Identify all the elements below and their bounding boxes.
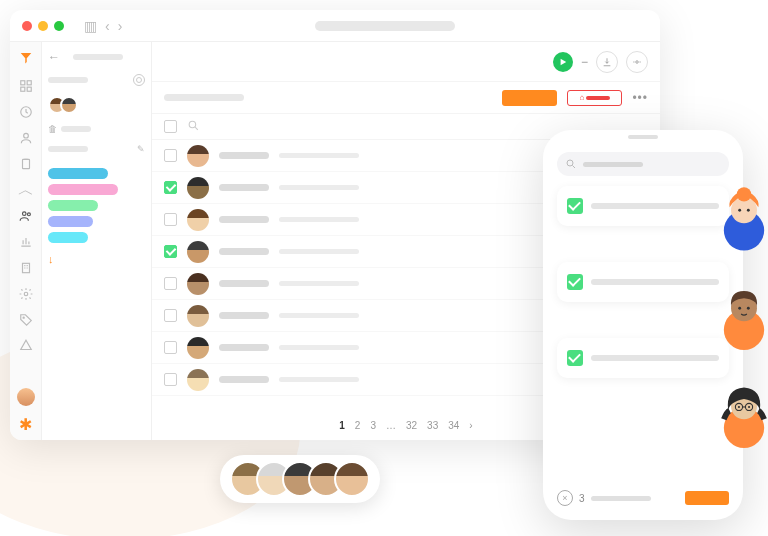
- page-next-button[interactable]: ›: [469, 420, 472, 431]
- svg-point-13: [189, 121, 196, 128]
- zoom-icon[interactable]: [54, 21, 64, 31]
- filter-icon[interactable]: [18, 338, 34, 354]
- row-detail: [279, 377, 359, 382]
- row-checkbox[interactable]: [164, 245, 177, 258]
- row-checkbox[interactable]: [164, 373, 177, 386]
- close-icon[interactable]: [22, 21, 32, 31]
- svg-point-22: [738, 307, 741, 310]
- person-icon[interactable]: [18, 130, 34, 146]
- gear-icon[interactable]: [133, 74, 145, 86]
- tag-item[interactable]: [48, 168, 108, 179]
- row-checkbox[interactable]: [164, 149, 177, 162]
- toolbar-action-1[interactable]: [596, 51, 618, 73]
- lock-icon: ⌂: [579, 93, 584, 102]
- users-icon[interactable]: [18, 208, 34, 224]
- page-link[interactable]: 32: [406, 420, 417, 431]
- more-button[interactable]: •••: [632, 91, 648, 105]
- minus-button[interactable]: −: [581, 55, 588, 69]
- app-logo-icon[interactable]: [17, 50, 35, 68]
- row-name: [219, 184, 269, 191]
- delete-icon[interactable]: 🗑: [48, 124, 57, 134]
- play-button[interactable]: [553, 52, 573, 72]
- row-checkbox[interactable]: [164, 181, 177, 194]
- phone-search[interactable]: [557, 152, 729, 176]
- close-icon[interactable]: ×: [557, 490, 573, 506]
- page-link[interactable]: 2: [355, 420, 361, 431]
- primary-action-button[interactable]: [502, 90, 557, 106]
- row-name: [219, 152, 269, 159]
- row-detail: [279, 281, 359, 286]
- edit-icon[interactable]: ✎: [137, 144, 145, 154]
- search-icon[interactable]: [187, 118, 200, 136]
- back-button[interactable]: ←: [48, 50, 60, 64]
- row-checkbox[interactable]: [164, 213, 177, 226]
- clock-icon[interactable]: [18, 104, 34, 120]
- avatar: [187, 305, 209, 327]
- page-ellipsis: …: [386, 420, 396, 431]
- page-link[interactable]: 1: [339, 420, 345, 431]
- svg-rect-0: [20, 81, 24, 85]
- phone-card[interactable]: [557, 186, 729, 226]
- clipboard-icon[interactable]: [18, 156, 34, 172]
- avatar: [187, 369, 209, 391]
- nav-prev-button[interactable]: ‹: [105, 18, 110, 34]
- chevron-up-icon[interactable]: ︿: [18, 182, 34, 198]
- help-icon[interactable]: ✱: [18, 416, 34, 432]
- svg-rect-2: [20, 87, 24, 91]
- row-detail: [279, 249, 359, 254]
- phone-card[interactable]: [557, 338, 729, 378]
- avatar: [187, 209, 209, 231]
- tag-item[interactable]: [48, 232, 88, 243]
- tag-item[interactable]: [48, 200, 98, 211]
- row-name: [219, 248, 269, 255]
- cartoon-avatar-2: [708, 278, 768, 350]
- row-checkbox[interactable]: [164, 341, 177, 354]
- traffic-lights: [22, 21, 64, 31]
- breadcrumb: [164, 94, 244, 101]
- secondary-action-button[interactable]: ⌂: [567, 90, 622, 106]
- svg-rect-1: [27, 81, 31, 85]
- card-checkbox[interactable]: [567, 198, 583, 214]
- dashboard-icon[interactable]: [18, 78, 34, 94]
- footer-action-button[interactable]: [685, 491, 729, 505]
- avatar: [187, 145, 209, 167]
- tag-item[interactable]: [48, 216, 93, 227]
- tag-item[interactable]: [48, 184, 118, 195]
- import-icon[interactable]: ↓: [48, 253, 145, 265]
- row-name: [219, 280, 269, 287]
- svg-point-14: [567, 160, 573, 166]
- panel-title: [73, 54, 123, 60]
- svg-point-5: [23, 133, 28, 138]
- page-link[interactable]: 33: [427, 420, 438, 431]
- phone-footer: × 3: [557, 490, 729, 506]
- toolbar-action-2[interactable]: [626, 51, 648, 73]
- row-detail: [279, 345, 359, 350]
- select-all-checkbox[interactable]: [164, 120, 177, 133]
- current-user-avatar[interactable]: [17, 388, 35, 406]
- svg-rect-3: [27, 87, 31, 91]
- panel-item: [61, 126, 91, 132]
- settings-icon[interactable]: [18, 286, 34, 302]
- building-icon[interactable]: [18, 260, 34, 276]
- sidebar-toggle-icon[interactable]: ▥: [84, 18, 97, 34]
- nav-rail: ︿ ✱: [10, 42, 42, 440]
- row-name: [219, 344, 269, 351]
- reports-icon[interactable]: [18, 234, 34, 250]
- assigned-avatars[interactable]: [48, 96, 78, 114]
- row-checkbox[interactable]: [164, 277, 177, 290]
- phone-card[interactable]: [557, 262, 729, 302]
- cartoon-avatar-1: [708, 180, 768, 252]
- selection-count: 3: [579, 493, 585, 504]
- avatar[interactable]: [334, 461, 370, 497]
- tag-icon[interactable]: [18, 312, 34, 328]
- minimize-icon[interactable]: [38, 21, 48, 31]
- page-link[interactable]: 34: [448, 420, 459, 431]
- card-checkbox[interactable]: [567, 274, 583, 290]
- svg-rect-6: [22, 159, 29, 168]
- address-bar[interactable]: [315, 21, 455, 31]
- svg-point-7: [22, 212, 26, 216]
- row-checkbox[interactable]: [164, 309, 177, 322]
- svg-point-19: [747, 209, 750, 212]
- card-checkbox[interactable]: [567, 350, 583, 366]
- page-link[interactable]: 3: [370, 420, 376, 431]
